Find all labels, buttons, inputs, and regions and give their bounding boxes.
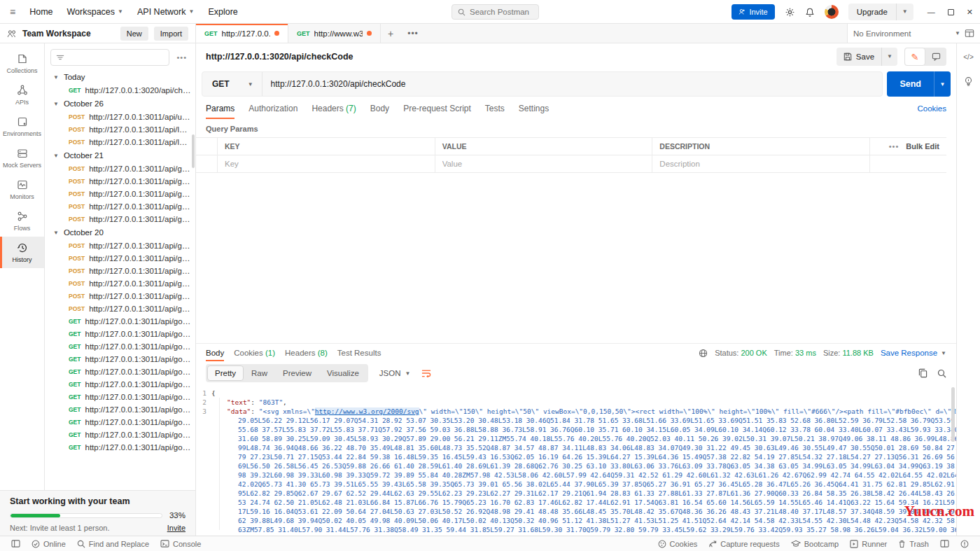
request-tab-1[interactable]: GET http://127.0.0.1:3020/ap — [196, 24, 288, 43]
history-item[interactable]: GEThttp://127.0.0.1:3011/api/goods/c... — [45, 340, 195, 353]
history-section-header[interactable]: ▼October 20 — [45, 225, 195, 239]
request-tab-headers[interactable]: Headers (7) — [312, 99, 356, 119]
view-preview[interactable]: Preview — [275, 365, 319, 381]
history-item[interactable]: GEThttp://127.0.0.1:3011/api/goods/c... — [45, 391, 195, 403]
history-item[interactable]: POSThttp://127.0.0.1:3011/api/login — [45, 123, 195, 136]
window-close-button[interactable]: ✕ — [967, 8, 973, 17]
sidebar-item-monitors[interactable]: Monitors — [0, 174, 44, 205]
history-filter-input[interactable] — [50, 49, 169, 66]
response-scrollbar[interactable] — [951, 387, 955, 442]
history-item[interactable]: GEThttp://127.0.0.1:3011/api/goods/c... — [45, 416, 195, 428]
view-pretty[interactable]: Pretty — [207, 365, 244, 381]
search-input[interactable] — [470, 8, 533, 16]
window-minimize-button[interactable]: — — [927, 8, 935, 16]
history-item[interactable]: GEThttp://127.0.0.1:3011/api/goods/c... — [45, 403, 195, 416]
window-maximize-button[interactable] — [948, 9, 954, 15]
history-item[interactable]: POSThttp://127.0.0.1:3011/api/login — [45, 136, 195, 148]
format-selector[interactable]: JSON ▼ — [375, 366, 415, 380]
history-item[interactable]: GEThttp://127.0.0.1:3011/api/goods/c... — [45, 315, 195, 328]
param-description-input[interactable] — [659, 160, 862, 168]
history-item[interactable]: POSThttp://127.0.0.1:3011/api/goods/add — [45, 162, 195, 175]
request-tab-authorization[interactable]: Authorization — [248, 99, 298, 119]
request-tab-body[interactable]: Body — [370, 99, 389, 119]
console-button[interactable]: Console — [155, 540, 206, 548]
workspace-title[interactable]: Team Workspace — [22, 29, 115, 39]
history-item[interactable]: GEThttp://127.0.0.1:3011/api/goods/c... — [45, 328, 195, 340]
cookies-link[interactable]: Cookies — [917, 104, 946, 113]
history-section-header[interactable]: ▼October 26 — [45, 97, 195, 111]
response-tab-headers[interactable]: Headers (8) — [285, 345, 328, 361]
history-item[interactable]: POSThttp://127.0.0.1:3011/api/goods/u... — [45, 277, 195, 290]
request-tab-settings[interactable]: Settings — [519, 99, 549, 119]
nav-home[interactable]: Home — [29, 7, 52, 17]
column-options-button[interactable]: ••• — [889, 142, 899, 151]
history-section-header[interactable]: ▼Today — [45, 70, 195, 84]
lightbulb-icon[interactable] — [964, 76, 973, 87]
nav-workspaces[interactable]: Workspaces▼ — [67, 7, 123, 17]
edit-pencil-button[interactable]: ✎ — [904, 48, 925, 66]
save-response-button[interactable]: Save Response▼ — [881, 349, 946, 357]
history-item[interactable]: POSThttp://127.0.0.1:3011/api/user/login — [45, 111, 195, 123]
param-value-input[interactable] — [442, 160, 645, 168]
save-button[interactable]: Save ▼ — [836, 48, 897, 66]
method-selector[interactable]: GET ▼ — [202, 72, 262, 96]
history-item[interactable]: GEThttp://127.0.0.1:3011/api/goods/c... — [45, 428, 195, 441]
sidebar-item-apis[interactable]: APIs — [0, 79, 44, 111]
history-item[interactable]: POSThttp://127.0.0.1:3011/api/goods/add — [45, 213, 195, 225]
wrap-lines-icon[interactable] — [421, 369, 431, 377]
copy-response-icon[interactable] — [918, 368, 927, 378]
capture-requests-button[interactable]: Capture requests — [703, 540, 785, 548]
history-item[interactable]: POSThttp://127.0.0.1:3011/api/goods/u... — [45, 290, 195, 302]
request-tab-tests[interactable]: Tests — [485, 99, 505, 119]
tab-options-button[interactable]: ••• — [400, 24, 426, 43]
panel-layout-icon[interactable] — [934, 540, 955, 547]
new-tab-button[interactable]: + — [381, 24, 400, 43]
bootcamp-button[interactable]: Bootcamp — [785, 540, 845, 548]
view-visualize[interactable]: Visualize — [319, 365, 367, 381]
history-item[interactable]: POSThttp://127.0.0.1:3011/api/goods/u... — [45, 302, 195, 315]
comment-button[interactable] — [925, 48, 946, 66]
invite-link[interactable]: Invite — [167, 524, 186, 532]
history-item[interactable]: GEThttp://127.0.0.1:3020/api/checkC... — [45, 84, 195, 97]
invite-button[interactable]: Invite — [732, 4, 774, 20]
sidebar-item-collections[interactable]: Collections — [0, 48, 44, 79]
send-options-chevron[interactable]: ▼ — [934, 71, 951, 97]
online-status[interactable]: Online — [26, 540, 71, 548]
global-search[interactable] — [451, 4, 539, 20]
param-key-input[interactable] — [225, 160, 428, 168]
bulk-edit-button[interactable]: Bulk Edit — [906, 142, 939, 151]
sidebar-item-environments[interactable]: Environments — [0, 111, 44, 142]
request-tab-pre-request-script[interactable]: Pre-request Script — [403, 99, 471, 119]
history-item[interactable]: POSThttp://127.0.0.1:3011/api/goods/add — [45, 200, 195, 213]
trash-button[interactable]: Trash — [892, 540, 934, 548]
history-section-header[interactable]: ▼October 21 — [45, 148, 195, 162]
toggle-sidebar-icon[interactable] — [6, 540, 26, 547]
environment-quick-look-icon[interactable] — [965, 29, 974, 38]
history-item[interactable]: POSThttp://127.0.0.1:3011/api/goods/add — [45, 188, 195, 200]
url-link[interactable]: http://www.w3.org/2000/svg — [315, 407, 419, 415]
network-globe-icon[interactable] — [699, 349, 708, 358]
environment-selector[interactable]: No Environment ▼ — [853, 29, 960, 38]
url-input[interactable] — [262, 79, 883, 89]
send-button[interactable]: Send — [887, 71, 934, 97]
cookies-button[interactable]: Cookies — [652, 540, 704, 548]
response-tab-body[interactable]: Body — [206, 345, 224, 361]
nav-explore[interactable]: Explore — [208, 7, 237, 17]
hamburger-menu-icon[interactable]: ≡ — [10, 6, 15, 18]
response-body-editor[interactable]: 1{2"text": "863T",3"data": "<svg xmlns=\… — [196, 384, 956, 536]
user-avatar[interactable] — [825, 5, 839, 19]
history-item[interactable]: POSThttp://127.0.0.1:3011/api/goods/u... — [45, 252, 195, 265]
code-snippet-icon[interactable]: </> — [963, 53, 973, 61]
help-icon[interactable] — [955, 540, 974, 548]
settings-gear-icon[interactable] — [785, 7, 795, 18]
request-tab-2[interactable]: GET http://www.w3.org/200 — [288, 24, 381, 43]
find-and-replace-button[interactable]: Find and Replace — [71, 540, 155, 548]
history-item[interactable]: GEThttp://127.0.0.1:3011/api/goods/c... — [45, 365, 195, 378]
response-tab-test-results[interactable]: Test Results — [337, 345, 382, 361]
history-item[interactable]: POSThttp://127.0.0.1:3011/api/goods/u... — [45, 239, 195, 252]
import-button[interactable]: Import — [154, 27, 188, 41]
search-response-icon[interactable] — [937, 369, 946, 378]
history-scrollbar[interactable] — [192, 134, 195, 168]
sidebar-item-mock-servers[interactable]: Mock Servers — [0, 142, 44, 174]
notifications-bell-icon[interactable] — [805, 7, 815, 18]
